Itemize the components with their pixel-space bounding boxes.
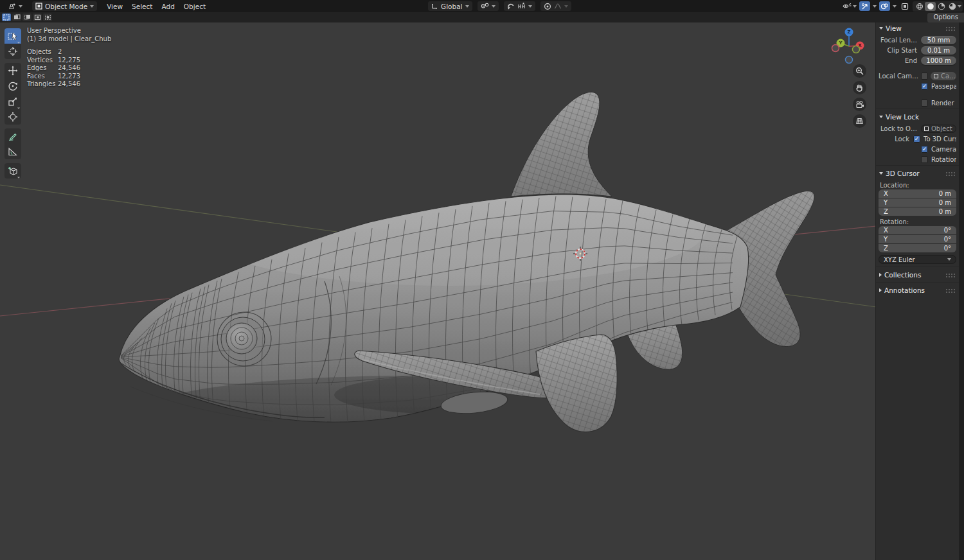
proportional-editing-icon [544,3,551,10]
tool-transform[interactable] [4,109,21,125]
section-view-header[interactable]: View [876,22,959,34]
object-visibility-dropdown[interactable] [842,2,857,10]
stat-value: 24,546 [58,64,80,73]
panel-drag-handle[interactable] [945,288,955,293]
panel-drag-handle[interactable] [945,273,955,277]
cursor-rotation-z[interactable]: Z 0° [879,244,956,252]
section-view-lock-header[interactable]: View Lock [876,111,959,123]
fish-model[interactable] [119,92,814,453]
location-label: Location: [880,182,955,189]
panel-edge-strip[interactable] [959,22,964,560]
lock-to-object-field[interactable]: Object [921,125,956,133]
snapping-control[interactable] [504,1,535,11]
section-title: Annotations [884,286,945,294]
select-mode-invert[interactable] [33,13,42,21]
viewport-3d-scene[interactable] [0,0,964,560]
menu-object[interactable]: Object [181,1,209,12]
gizmo-dropdown-caret[interactable] [873,5,877,8]
cursor-rotation-x[interactable]: X 0° [879,226,956,234]
passepartout-checkbox[interactable]: ✓ [921,83,928,90]
select-mode-extend[interactable] [12,13,21,21]
camera-view-button[interactable] [853,98,866,111]
cursor-location-z[interactable]: Z 0 m [879,207,956,216]
pivot-point-dropdown[interactable] [478,1,499,11]
tool-select-box[interactable] [4,28,21,44]
clip-end-field[interactable]: 1000 m [921,57,956,65]
gizmo-x-neg-axis[interactable] [832,45,839,52]
axis-value: 0 m [939,190,951,197]
cursor-rotation-y[interactable]: Y 0° [879,235,956,243]
tool-annotate[interactable] [4,128,21,144]
cursor-location-y[interactable]: Y 0 m [879,198,956,207]
overlays-icon [880,3,889,10]
axis-value: 0 m [939,208,951,215]
proportional-editing-control[interactable] [540,1,571,11]
lock-rotation-checkbox[interactable] [921,156,928,163]
zoom-button[interactable] [853,64,866,78]
gizmo-y-neg-axis[interactable] [853,46,860,53]
cursor-location-x[interactable]: X 0 m [879,189,956,198]
gizmo-z-neg-axis[interactable] [846,57,853,64]
local-camera-label: Local Cam… [879,73,921,80]
tool-move[interactable] [4,63,21,78]
local-camera-checkbox[interactable] [921,73,928,80]
euler-mode-dropdown[interactable]: XYZ Euler [879,255,956,264]
shading-material-button[interactable] [936,2,947,11]
stat-label: Objects [27,48,58,57]
section-3d-cursor-header[interactable]: 3D Cursor [876,168,959,179]
options-button[interactable]: Options [927,13,964,22]
select-mode-intersect[interactable] [43,13,52,21]
svg-text:Z: Z [847,30,850,35]
show-gizmo-toggle[interactable] [859,1,870,11]
tool-scale[interactable] [4,94,21,109]
stat-value: 24,546 [58,80,80,89]
menu-add[interactable]: Add [158,1,177,12]
render-region-checkbox[interactable] [921,100,928,107]
clip-start-label: Clip Start [879,47,921,54]
axis-label: Z [884,208,888,215]
panel-drag-handle[interactable] [945,26,955,31]
material-sphere-icon [938,3,945,10]
clip-start-field[interactable]: 0.01 m [921,46,956,55]
section-collections-header[interactable]: Collections [876,269,959,281]
pan-button[interactable] [853,81,866,94]
statistics-overlay: Objects2 Vertices12,275 Edges24,546 Face… [27,48,111,89]
local-camera-field[interactable]: Ca… × [931,72,956,80]
tool-cursor[interactable] [4,44,21,59]
snap-increment-icon [517,3,526,10]
camera-object-icon [934,74,938,78]
focal-length-field[interactable]: 50 mm [921,36,956,44]
select-mode-set[interactable] [2,13,11,21]
section-title: Collections [884,271,945,279]
shading-rendered-button[interactable] [947,2,958,11]
show-overlays-toggle[interactable] [879,1,890,11]
axis-value: 0° [944,236,951,243]
menu-select[interactable]: Select [129,1,156,12]
transform-orientation-dropdown[interactable]: Global [428,1,472,11]
section-annotations-header[interactable]: Annotations [876,284,959,296]
shading-solid-button[interactable] [925,2,936,11]
navigation-gizmo[interactable]: Z X Y [830,24,871,68]
magnifier-icon [855,67,864,75]
shading-wireframe-button[interactable] [914,2,925,11]
toolbar [4,28,21,179]
menu-view[interactable]: View [103,1,126,12]
tool-measure[interactable] [4,144,21,159]
tool-add-cube[interactable] [4,163,21,179]
panel-drag-handle[interactable] [945,171,955,176]
tool-rotate[interactable] [4,78,21,94]
xray-toggle[interactable] [899,1,910,11]
to-3d-cursor-label: To 3D Cursor [924,136,956,143]
pivot-point-icon [481,3,489,10]
camera-icon [855,101,864,109]
mode-selector[interactable]: Object Mode [32,1,97,11]
overlays-dropdown-caret[interactable] [893,5,897,8]
camera-to-view-checkbox[interactable]: ✓ [921,146,928,153]
editor-type-selector[interactable] [4,1,26,11]
select-mode-subtract[interactable] [22,13,31,21]
object-cube-icon [924,127,929,131]
to-3d-cursor-checkbox[interactable]: ✓ [913,136,920,143]
viewport-info-overlay: User Perspective (1) 3d model | Clear_Ch… [27,27,111,89]
shading-dropdown-caret[interactable] [958,5,961,8]
ortho-perspective-button[interactable] [853,114,866,128]
